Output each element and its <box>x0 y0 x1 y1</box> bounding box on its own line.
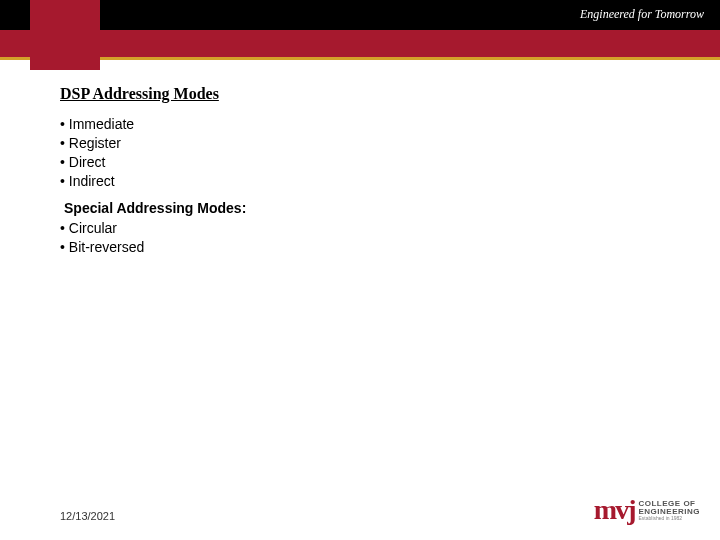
list-item: Register <box>60 134 134 153</box>
list-item: Bit-reversed <box>60 238 144 257</box>
footer-logo: mvj COLLEGE OF ENGINEERING Established i… <box>594 494 700 526</box>
header-gold-line <box>0 57 720 60</box>
subheading: Special Addressing Modes: <box>64 200 246 216</box>
header-tagline: Engineered for Tomorrow <box>580 7 704 22</box>
logo-sub: Established in 1982 <box>638 516 700 521</box>
list-item: Indirect <box>60 172 134 191</box>
logo-text: COLLEGE OF ENGINEERING Established in 19… <box>638 500 700 521</box>
list-item: Circular <box>60 219 144 238</box>
logo-mark: mvj <box>594 494 635 526</box>
header-black-bar: Engineered for Tomorrow <box>0 0 720 30</box>
header-red-bar <box>0 30 720 57</box>
bullet-list-special: Circular Bit-reversed <box>60 219 144 257</box>
footer-date: 12/13/2021 <box>60 510 115 522</box>
list-item: Direct <box>60 153 134 172</box>
header-red-block <box>30 0 100 70</box>
list-item: Immediate <box>60 115 134 134</box>
slide-title: DSP Addressing Modes <box>60 85 219 103</box>
bullet-list-main: Immediate Register Direct Indirect <box>60 115 134 191</box>
